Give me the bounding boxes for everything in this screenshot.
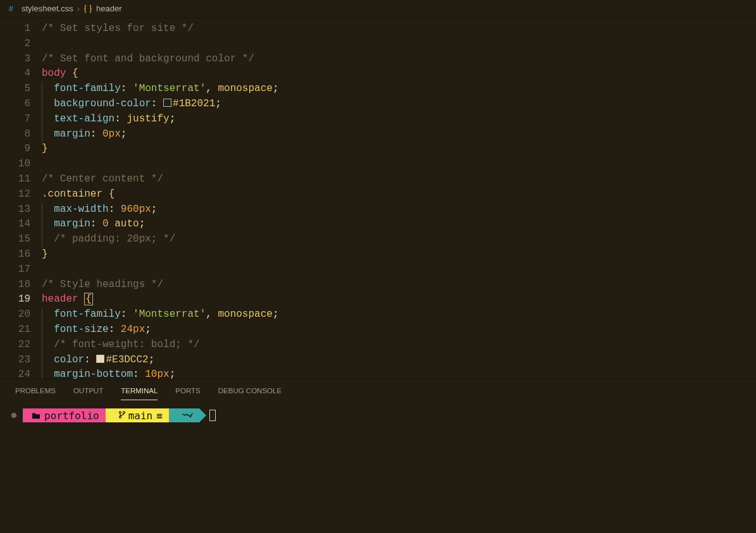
line-number: 3 <box>0 52 30 67</box>
line-number: 19 <box>0 292 30 307</box>
code-line[interactable] <box>42 157 756 172</box>
code-editor[interactable]: 123456789101112131415161718192021222324 … <box>0 18 756 379</box>
terminal-body[interactable]: portfolio main ≡ <box>0 402 756 533</box>
prompt-status-dot <box>11 413 16 418</box>
folder-icon <box>32 410 40 422</box>
prompt-folder-segment: portfolio <box>23 408 106 422</box>
code-line[interactable]: text-align: justify; <box>42 112 756 127</box>
breadcrumb-separator: › <box>77 4 80 13</box>
code-line[interactable] <box>42 37 756 52</box>
code-line[interactable]: font-family: 'Montserrat', monospace; <box>42 307 756 322</box>
code-line[interactable]: margin-bottom: 10px; <box>42 367 756 379</box>
line-number: 23 <box>0 353 30 368</box>
branch-icon <box>118 410 126 422</box>
line-number: 12 <box>0 187 30 202</box>
line-number: 9 <box>0 142 30 157</box>
line-number: 24 <box>0 367 30 379</box>
code-line[interactable]: margin: 0px; <box>42 127 756 142</box>
brackets-icon <box>84 4 92 13</box>
prompt-branch-segment: main ≡ <box>106 408 169 422</box>
line-number: 8 <box>0 127 30 142</box>
line-number: 2 <box>0 37 30 52</box>
line-number: 5 <box>0 82 30 97</box>
svg-text:#: # <box>9 4 13 13</box>
code-line[interactable]: /* padding: 20px; */ <box>42 232 756 247</box>
svg-point-3 <box>123 411 125 413</box>
prompt-branch-name: main <box>128 410 153 422</box>
line-number: 17 <box>0 262 30 278</box>
code-line[interactable]: /* font-weight: bold; */ <box>42 338 756 353</box>
panel-tab-problems[interactable]: PROBLEMS <box>15 382 56 400</box>
terminal-cursor <box>209 410 216 421</box>
line-number: 10 <box>0 157 30 172</box>
color-swatch <box>96 355 104 363</box>
line-number-gutter: 123456789101112131415161718192021222324 <box>0 18 42 379</box>
line-number: 16 <box>0 247 30 262</box>
code-line[interactable]: .container { <box>42 187 756 202</box>
svg-point-1 <box>119 411 121 413</box>
breadcrumb-symbol[interactable]: header <box>96 4 121 13</box>
line-number: 1 <box>0 21 30 37</box>
panel-tab-terminal[interactable]: TERMINAL <box>121 382 158 400</box>
line-number: 22 <box>0 338 30 353</box>
line-number: 6 <box>0 97 30 112</box>
code-line[interactable] <box>42 262 756 278</box>
code-line[interactable]: background-color: #1B2021; <box>42 97 756 112</box>
terminal-prompt[interactable]: portfolio main ≡ <box>11 407 745 424</box>
line-number: 18 <box>0 278 30 293</box>
breadcrumb: # stylesheet.css › header <box>0 0 756 18</box>
code-line[interactable]: /* Center content */ <box>42 172 756 187</box>
line-number: 7 <box>0 112 30 127</box>
svg-point-2 <box>119 416 121 418</box>
code-line[interactable]: header { <box>42 292 756 307</box>
line-number: 11 <box>0 172 30 187</box>
code-line[interactable]: body { <box>42 66 756 82</box>
prompt-status-icon <box>182 410 193 422</box>
panel-tab-debug-console[interactable]: DEBUG CONSOLE <box>218 382 282 400</box>
color-swatch <box>163 99 171 107</box>
code-line[interactable]: /* Set styles for site */ <box>42 21 756 37</box>
line-number: 20 <box>0 307 30 322</box>
prompt-folder-name: portfolio <box>44 410 99 422</box>
code-line[interactable]: margin: 0 auto; <box>42 217 756 232</box>
line-number: 21 <box>0 322 30 338</box>
code-content[interactable]: /* Set styles for site *//* Set font and… <box>42 18 756 379</box>
bottom-panel: PROBLEMSOUTPUTTERMINALPORTSDEBUG CONSOLE… <box>0 379 756 533</box>
panel-tabs: PROBLEMSOUTPUTTERMINALPORTSDEBUG CONSOLE <box>0 379 756 402</box>
css-file-icon: # <box>9 4 18 13</box>
code-line[interactable]: max-width: 960px; <box>42 202 756 217</box>
code-line[interactable]: font-family: 'Montserrat', monospace; <box>42 82 756 97</box>
breadcrumb-file[interactable]: stylesheet.css <box>22 4 73 13</box>
line-number: 14 <box>0 217 30 232</box>
panel-tab-ports[interactable]: PORTS <box>175 382 200 400</box>
code-line[interactable]: } <box>42 247 756 262</box>
code-line[interactable]: } <box>42 142 756 157</box>
prompt-branch-sync: ≡ <box>156 410 163 422</box>
code-line[interactable]: /* Set font and background color */ <box>42 52 756 67</box>
code-line[interactable]: color: #E3DCC2; <box>42 353 756 368</box>
line-number: 13 <box>0 202 30 217</box>
panel-tab-output[interactable]: OUTPUT <box>73 382 103 400</box>
code-line[interactable]: font-size: 24px; <box>42 322 756 338</box>
prompt-status-segment <box>169 408 199 422</box>
line-number: 15 <box>0 232 30 247</box>
line-number: 4 <box>0 66 30 82</box>
code-line[interactable]: /* Style headings */ <box>42 278 756 293</box>
